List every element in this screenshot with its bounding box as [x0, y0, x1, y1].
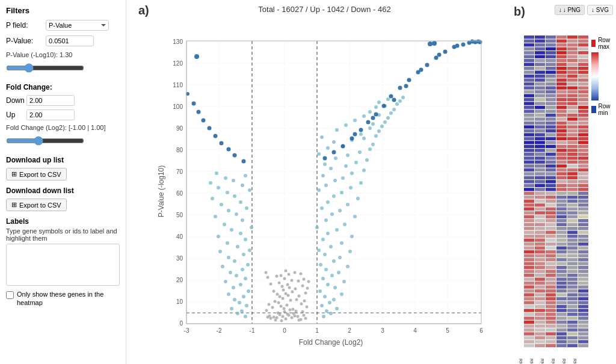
svg-point-121: [284, 270, 287, 273]
svg-point-231: [346, 153, 350, 157]
svg-point-100: [282, 289, 285, 292]
pfield-select[interactable]: P-Value Adjusted P-Value: [46, 20, 109, 31]
svg-point-273: [191, 102, 196, 106]
svg-point-271: [201, 119, 205, 123]
svg-point-299: [419, 68, 423, 72]
svg-point-131: [242, 295, 245, 298]
svg-point-226: [344, 164, 348, 168]
heatmap-area: b) ↓ ↓ PNG ↓ SVG: [511, 0, 616, 364]
svg-text:0: 0: [283, 327, 286, 334]
svg-point-258: [374, 105, 378, 109]
svg-point-181: [323, 295, 327, 298]
svg-point-146: [218, 250, 222, 253]
svg-text:RNA_seq_d3_Doc_1: RNA_seq_d3_Doc_1: [529, 359, 534, 364]
svg-text:-1: -1: [249, 327, 254, 334]
svg-point-84: [277, 301, 280, 304]
svg-point-235: [326, 146, 330, 150]
only-show-checkbox[interactable]: [6, 291, 14, 299]
fold-slider[interactable]: [6, 136, 84, 146]
svg-point-305: [432, 41, 437, 46]
svg-text:RNA_seq_d3_Doc_2: RNA_seq_d3_Doc_2: [518, 359, 523, 364]
svg-point-93: [278, 295, 281, 298]
svg-point-106: [286, 283, 289, 286]
svg-point-276: [331, 150, 336, 155]
labels-title: Labels: [6, 217, 120, 226]
svg-point-230: [334, 156, 337, 160]
svg-point-172: [244, 174, 247, 177]
svg-point-66: [280, 319, 283, 322]
svg-point-112: [283, 277, 286, 280]
svg-point-227: [323, 162, 327, 166]
svg-point-206: [324, 218, 328, 222]
svg-point-303: [476, 40, 480, 44]
svg-point-225: [329, 167, 333, 170]
svg-point-152: [239, 232, 242, 235]
fold-up-row: Up: [6, 110, 120, 120]
svg-point-128: [245, 304, 248, 307]
svg-point-245: [335, 128, 339, 132]
row-min-color-box: [591, 106, 596, 113]
svg-point-280: [366, 120, 370, 125]
svg-point-238: [332, 140, 336, 144]
svg-text:50: 50: [176, 212, 183, 218]
svg-text:40: 40: [176, 233, 183, 240]
svg-point-198: [329, 245, 333, 248]
svg-point-241: [374, 134, 378, 138]
svg-point-304: [428, 42, 433, 46]
svg-point-201: [350, 235, 354, 238]
svg-point-59: [284, 318, 287, 321]
svg-point-151: [217, 235, 220, 238]
svg-point-298: [404, 84, 408, 88]
svg-text:10: 10: [176, 298, 183, 305]
download-down-label: Download down list: [6, 187, 120, 195]
svg-point-109: [306, 287, 309, 290]
svg-point-123: [264, 271, 267, 274]
svg-point-306: [194, 54, 199, 59]
svg-point-55: [281, 315, 284, 318]
svg-point-130: [233, 298, 236, 301]
svg-point-264: [401, 96, 405, 99]
row-min-label: Row min: [599, 103, 613, 116]
svg-point-107: [301, 285, 304, 288]
svg-point-102: [272, 290, 275, 293]
svg-point-98: [276, 293, 279, 296]
only-show-row: Only show these genes in the heatmap: [6, 290, 120, 307]
pvalue-slider[interactable]: [6, 63, 84, 73]
svg-button[interactable]: ↓ SVG: [587, 5, 613, 15]
volcano-plot: P-Value (-log10) Fold Change (Log2): [156, 29, 493, 348]
svg-point-174: [322, 315, 325, 318]
heatmap-col-labels: RNA_seq_d3_Doc_2 RNA_seq_d3_Doc_1 RNA_se…: [514, 356, 579, 364]
svg-point-122: [307, 280, 310, 283]
svg-point-162: [239, 200, 242, 204]
svg-point-73: [276, 312, 279, 315]
svg-point-232: [317, 152, 321, 156]
svg-point-243: [359, 132, 363, 136]
svg-text:5: 5: [446, 327, 449, 334]
fold-change-label: Fold Change:: [6, 83, 120, 91]
svg-point-288: [434, 56, 438, 60]
svg-text:1: 1: [315, 327, 319, 334]
export-up-button[interactable]: ⊞ Export to CSV: [6, 168, 67, 180]
svg-point-262: [398, 99, 402, 103]
fold-slider-container: [6, 136, 120, 147]
svg-point-209: [338, 209, 342, 212]
main-content: a) Total - 16027 / Up - 1042 / Down - 46…: [126, 0, 616, 364]
labels-textarea[interactable]: [6, 244, 120, 286]
svg-text:110: 110: [173, 82, 183, 88]
svg-text:60: 60: [176, 190, 183, 197]
export-icon: ⊞: [11, 170, 17, 178]
svg-point-135: [239, 283, 242, 286]
svg-point-247: [380, 125, 384, 128]
svg-point-97: [291, 291, 294, 294]
fold-up-input[interactable]: [26, 110, 75, 120]
fold-down-input[interactable]: [26, 95, 75, 106]
svg-point-175: [329, 312, 333, 315]
pvalue-input[interactable]: [46, 35, 94, 46]
svg-point-127: [230, 307, 233, 310]
svg-point-114: [275, 275, 278, 278]
svg-point-159: [227, 209, 230, 212]
export-down-button[interactable]: ⊞ Export to CSV: [6, 199, 67, 211]
svg-text:4: 4: [413, 327, 417, 334]
svg-point-129: [238, 301, 241, 304]
png-button[interactable]: ↓ ↓ PNG: [555, 5, 585, 15]
